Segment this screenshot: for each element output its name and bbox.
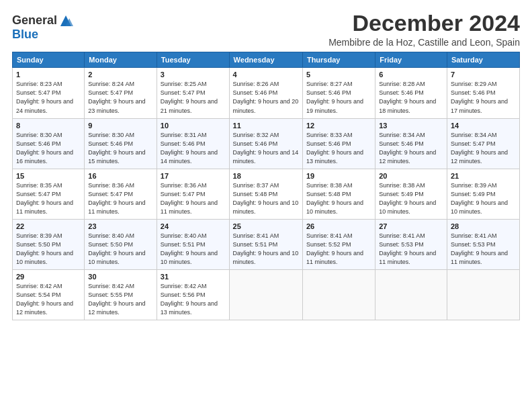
day-number: 1 <box>16 71 81 79</box>
day-info: Sunrise: 8:34 AMSunset: 5:46 PMDaylight:… <box>379 132 436 165</box>
day-number: 22 <box>16 222 81 230</box>
table-cell: 16 Sunrise: 8:36 AMSunset: 5:47 PMDaylig… <box>85 169 157 219</box>
day-info: Sunrise: 8:28 AMSunset: 5:46 PMDaylight:… <box>379 81 436 113</box>
day-info: Sunrise: 8:30 AMSunset: 5:46 PMDaylight:… <box>16 132 73 165</box>
table-cell: 23 Sunrise: 8:40 AMSunset: 5:50 PMDaylig… <box>85 219 157 269</box>
logo-text-blue: Blue <box>12 28 73 42</box>
day-info: Sunrise: 8:37 AMSunset: 5:48 PMDaylight:… <box>233 182 299 215</box>
table-cell: 11 Sunrise: 8:32 AMSunset: 5:46 PMDaylig… <box>229 118 302 169</box>
day-number: 28 <box>451 222 516 230</box>
month-title: December 2024 <box>328 11 520 36</box>
day-info: Sunrise: 8:36 AMSunset: 5:47 PMDaylight:… <box>88 182 145 215</box>
day-number: 26 <box>306 222 371 230</box>
table-cell: 10 Sunrise: 8:31 AMSunset: 5:46 PMDaylig… <box>157 118 229 169</box>
day-number: 21 <box>451 172 516 180</box>
week-row-4: 22 Sunrise: 8:39 AMSunset: 5:50 PMDaylig… <box>13 219 520 269</box>
col-wednesday: Wednesday <box>229 52 302 68</box>
day-number: 13 <box>379 122 443 130</box>
table-cell: 3 Sunrise: 8:25 AMSunset: 5:47 PMDayligh… <box>157 68 229 118</box>
day-info: Sunrise: 8:40 AMSunset: 5:50 PMDaylight:… <box>88 232 145 265</box>
day-info: Sunrise: 8:30 AMSunset: 5:46 PMDaylight:… <box>88 132 145 165</box>
col-monday: Monday <box>85 52 157 68</box>
col-saturday: Saturday <box>447 52 519 68</box>
calendar-table: Sunday Monday Tuesday Wednesday Thursday… <box>12 52 520 320</box>
table-cell: 31 Sunrise: 8:42 AMSunset: 5:56 PMDaylig… <box>157 270 229 320</box>
table-cell: 21 Sunrise: 8:39 AMSunset: 5:49 PMDaylig… <box>447 169 519 219</box>
table-cell: 5 Sunrise: 8:27 AMSunset: 5:46 PMDayligh… <box>302 68 375 118</box>
col-sunday: Sunday <box>13 52 85 68</box>
day-info: Sunrise: 8:36 AMSunset: 5:47 PMDaylight:… <box>161 182 218 215</box>
col-tuesday: Tuesday <box>157 52 229 68</box>
day-number: 8 <box>16 122 81 130</box>
day-number: 16 <box>88 172 153 180</box>
logo-text-general: General <box>12 14 57 28</box>
day-number: 11 <box>233 122 299 130</box>
day-number: 7 <box>451 71 516 79</box>
day-number: 9 <box>88 122 153 130</box>
day-info: Sunrise: 8:41 AMSunset: 5:51 PMDaylight:… <box>233 232 299 265</box>
page: General Blue December 2024 Membibre de l… <box>0 0 532 327</box>
day-number: 17 <box>161 172 226 180</box>
day-number: 30 <box>88 273 153 281</box>
day-number: 14 <box>451 122 516 130</box>
table-cell: 2 Sunrise: 8:24 AMSunset: 5:47 PMDayligh… <box>85 68 157 118</box>
table-cell: 17 Sunrise: 8:36 AMSunset: 5:47 PMDaylig… <box>157 169 229 219</box>
table-cell: 8 Sunrise: 8:30 AMSunset: 5:46 PMDayligh… <box>13 118 85 169</box>
day-info: Sunrise: 8:39 AMSunset: 5:50 PMDaylight:… <box>16 232 73 265</box>
week-row-3: 15 Sunrise: 8:35 AMSunset: 5:47 PMDaylig… <box>13 169 520 219</box>
table-cell: 1 Sunrise: 8:23 AMSunset: 5:47 PMDayligh… <box>13 68 85 118</box>
day-number: 23 <box>88 222 153 230</box>
day-number: 27 <box>379 222 443 230</box>
day-info: Sunrise: 8:42 AMSunset: 5:55 PMDaylight:… <box>88 283 145 316</box>
table-cell: 7 Sunrise: 8:29 AMSunset: 5:46 PMDayligh… <box>447 68 519 118</box>
day-number: 19 <box>306 172 371 180</box>
week-row-5: 29 Sunrise: 8:42 AMSunset: 5:54 PMDaylig… <box>13 270 520 320</box>
col-friday: Friday <box>375 52 447 68</box>
day-number: 5 <box>306 71 371 79</box>
day-info: Sunrise: 8:33 AMSunset: 5:46 PMDaylight:… <box>306 132 363 165</box>
day-number: 6 <box>379 71 443 79</box>
day-info: Sunrise: 8:24 AMSunset: 5:47 PMDaylight:… <box>88 81 145 113</box>
day-info: Sunrise: 8:40 AMSunset: 5:51 PMDaylight:… <box>161 232 218 265</box>
table-cell: 27 Sunrise: 8:41 AMSunset: 5:53 PMDaylig… <box>375 219 447 269</box>
day-number: 12 <box>306 122 371 130</box>
day-number: 3 <box>161 71 226 79</box>
day-number: 2 <box>88 71 153 79</box>
table-cell <box>302 270 375 320</box>
day-number: 18 <box>233 172 299 180</box>
table-cell: 6 Sunrise: 8:28 AMSunset: 5:46 PMDayligh… <box>375 68 447 118</box>
table-cell: 30 Sunrise: 8:42 AMSunset: 5:55 PMDaylig… <box>85 270 157 320</box>
day-number: 20 <box>379 172 443 180</box>
day-number: 10 <box>161 122 226 130</box>
table-cell: 24 Sunrise: 8:40 AMSunset: 5:51 PMDaylig… <box>157 219 229 269</box>
day-info: Sunrise: 8:38 AMSunset: 5:49 PMDaylight:… <box>379 182 436 215</box>
table-cell: 4 Sunrise: 8:26 AMSunset: 5:46 PMDayligh… <box>229 68 302 118</box>
day-info: Sunrise: 8:31 AMSunset: 5:46 PMDaylight:… <box>161 132 218 165</box>
day-number: 4 <box>233 71 299 79</box>
day-number: 25 <box>233 222 299 230</box>
week-row-1: 1 Sunrise: 8:23 AMSunset: 5:47 PMDayligh… <box>13 68 520 118</box>
table-cell: 25 Sunrise: 8:41 AMSunset: 5:51 PMDaylig… <box>229 219 302 269</box>
col-thursday: Thursday <box>302 52 375 68</box>
table-cell: 19 Sunrise: 8:38 AMSunset: 5:48 PMDaylig… <box>302 169 375 219</box>
day-info: Sunrise: 8:34 AMSunset: 5:47 PMDaylight:… <box>451 132 508 165</box>
day-number: 24 <box>161 222 226 230</box>
table-cell <box>375 270 447 320</box>
day-info: Sunrise: 8:32 AMSunset: 5:46 PMDaylight:… <box>233 132 299 165</box>
day-info: Sunrise: 8:23 AMSunset: 5:47 PMDaylight:… <box>16 81 73 113</box>
day-info: Sunrise: 8:42 AMSunset: 5:54 PMDaylight:… <box>16 283 73 316</box>
header: General Blue December 2024 Membibre de l… <box>12 11 520 48</box>
day-info: Sunrise: 8:41 AMSunset: 5:53 PMDaylight:… <box>379 232 436 265</box>
day-info: Sunrise: 8:41 AMSunset: 5:53 PMDaylight:… <box>451 232 508 265</box>
table-cell: 29 Sunrise: 8:42 AMSunset: 5:54 PMDaylig… <box>13 270 85 320</box>
table-cell: 22 Sunrise: 8:39 AMSunset: 5:50 PMDaylig… <box>13 219 85 269</box>
table-cell <box>447 270 519 320</box>
day-info: Sunrise: 8:35 AMSunset: 5:47 PMDaylight:… <box>16 182 73 215</box>
table-cell: 15 Sunrise: 8:35 AMSunset: 5:47 PMDaylig… <box>13 169 85 219</box>
title-block: December 2024 Membibre de la Hoz, Castil… <box>328 11 520 48</box>
table-cell: 12 Sunrise: 8:33 AMSunset: 5:46 PMDaylig… <box>302 118 375 169</box>
header-row: Sunday Monday Tuesday Wednesday Thursday… <box>13 52 520 68</box>
day-number: 31 <box>161 273 226 281</box>
day-info: Sunrise: 8:26 AMSunset: 5:46 PMDaylight:… <box>233 81 299 113</box>
day-info: Sunrise: 8:39 AMSunset: 5:49 PMDaylight:… <box>451 182 508 215</box>
